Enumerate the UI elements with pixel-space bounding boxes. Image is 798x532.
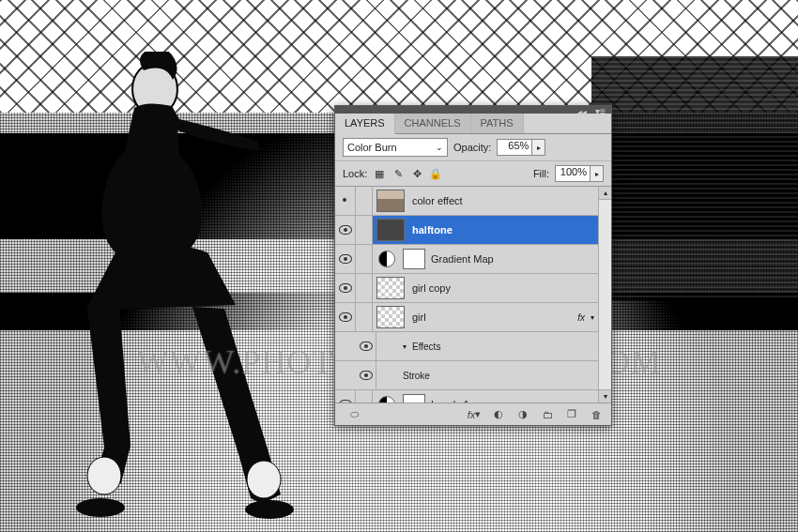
svg-point-1 xyxy=(87,457,121,494)
tab-channels[interactable]: CHANNELS xyxy=(395,114,471,133)
svg-point-4 xyxy=(245,500,294,519)
visibility-toggle[interactable] xyxy=(335,274,356,302)
chevron-down-icon: ⌄ xyxy=(436,143,443,152)
scrollbar[interactable]: ▴ ▾ xyxy=(598,187,611,403)
layer-mask-thumbnail[interactable] xyxy=(403,394,425,403)
layer-name[interactable]: color effect xyxy=(410,195,598,206)
lock-fill-row: Lock: ▦ ✎ ✥ 🔒 Fill: 100% ▸ xyxy=(335,161,611,187)
layer-row-color-effect[interactable]: color effect xyxy=(335,187,611,216)
lock-label: Lock: xyxy=(343,168,367,179)
adjustment-layer-icon[interactable]: ◑ xyxy=(515,407,530,422)
blend-opacity-row: Color Burn ⌄ Opacity: 65% ▸ xyxy=(335,134,611,161)
scroll-up-icon[interactable]: ▴ xyxy=(599,187,611,200)
stroke-label: Stroke xyxy=(403,371,430,381)
lock-position-icon[interactable]: ✥ xyxy=(410,167,423,180)
layer-row-halftone[interactable]: halftone xyxy=(335,216,611,245)
tab-layers[interactable]: LAYERS xyxy=(335,114,395,134)
layer-link-cell xyxy=(356,245,373,273)
fill-input[interactable]: 100% xyxy=(555,165,591,182)
girl-figure xyxy=(52,52,296,521)
layer-link-cell xyxy=(356,303,373,331)
effects-row[interactable]: ▾ Effects xyxy=(335,332,611,361)
blend-mode-value: Color Burn xyxy=(347,142,397,153)
layer-name[interactable]: girl copy xyxy=(410,282,598,294)
layer-name[interactable]: girl xyxy=(410,312,577,323)
scroll-down-icon[interactable]: ▾ xyxy=(599,389,611,403)
layer-name[interactable]: Levels 1 xyxy=(429,399,598,403)
layer-mask-thumbnail[interactable] xyxy=(403,249,425,269)
layer-link-cell xyxy=(356,216,373,244)
layers-list: ▴ ▾ color effect halftone Gradient Map xyxy=(335,187,611,403)
collapse-icon[interactable]: ◂◂ xyxy=(577,107,587,117)
dark-pillars xyxy=(591,56,798,300)
opacity-flyout-icon[interactable]: ▸ xyxy=(532,139,545,156)
tab-paths[interactable]: PATHS xyxy=(471,114,524,133)
opacity-input[interactable]: 65% xyxy=(497,139,532,156)
layer-thumbnail[interactable] xyxy=(376,306,405,328)
visibility-toggle[interactable] xyxy=(356,332,376,360)
layer-mask-icon[interactable]: ◐ xyxy=(491,407,506,422)
layers-panel: ◂◂ ▾≡ LAYERS CHANNELS PATHS Color Burn ⌄… xyxy=(334,105,612,426)
fill-flyout-icon[interactable]: ▸ xyxy=(591,165,604,182)
layer-row-girl[interactable]: girl fx ▾ xyxy=(335,303,611,332)
effects-disclosure-icon[interactable]: ▾ xyxy=(403,342,407,351)
layer-name[interactable]: Gradient Map xyxy=(429,253,598,265)
fx-badge[interactable]: fx xyxy=(577,312,591,323)
effects-label: Effects xyxy=(412,342,440,352)
panel-header-strip: ◂◂ ▾≡ xyxy=(335,106,611,114)
layer-link-cell xyxy=(356,187,373,215)
adjustment-icon[interactable] xyxy=(378,251,395,267)
svg-point-2 xyxy=(247,461,281,498)
blend-mode-select[interactable]: Color Burn ⌄ xyxy=(343,138,448,157)
delete-layer-icon[interactable]: 🗑 xyxy=(589,407,604,422)
visibility-toggle[interactable] xyxy=(335,245,356,273)
visibility-toggle[interactable] xyxy=(335,303,356,331)
layer-name[interactable]: halftone xyxy=(410,224,598,236)
layer-thumbnail[interactable] xyxy=(376,219,405,241)
visibility-toggle[interactable] xyxy=(356,361,376,389)
new-group-icon[interactable]: 🗀 xyxy=(540,407,555,422)
stroke-effect-row[interactable]: Stroke xyxy=(335,361,611,390)
link-layers-icon[interactable]: ⬭ xyxy=(346,407,361,422)
visibility-toggle[interactable] xyxy=(335,187,356,215)
visibility-toggle[interactable] xyxy=(335,216,356,244)
lock-all-icon[interactable]: 🔒 xyxy=(429,167,442,180)
layer-link-cell xyxy=(356,274,373,302)
fill-label: Fill: xyxy=(533,168,549,179)
layer-thumbnail[interactable] xyxy=(376,190,405,212)
adjustment-icon[interactable] xyxy=(378,396,395,403)
panel-menu-icon[interactable]: ▾≡ xyxy=(595,106,606,116)
layer-link-cell xyxy=(356,390,373,403)
panel-footer: ⬭ fx▾ ◐ ◑ 🗀 ❐ 🗑 xyxy=(335,403,611,425)
visibility-toggle[interactable] xyxy=(335,390,356,403)
new-layer-icon[interactable]: ❐ xyxy=(564,407,579,422)
layer-row-girl-copy[interactable]: girl copy xyxy=(335,274,611,303)
opacity-label: Opacity: xyxy=(453,142,491,153)
lock-transparency-icon[interactable]: ▦ xyxy=(373,167,386,180)
panel-tabs: LAYERS CHANNELS PATHS xyxy=(335,114,611,134)
layer-row-gradient-map[interactable]: Gradient Map xyxy=(335,245,611,274)
layer-style-icon[interactable]: fx▾ xyxy=(467,407,482,422)
lock-pixels-icon[interactable]: ✎ xyxy=(391,167,405,180)
effects-collapse-icon[interactable]: ▾ xyxy=(591,313,598,322)
layer-row-levels[interactable]: Levels 1 xyxy=(335,390,611,403)
svg-point-3 xyxy=(76,498,125,517)
layer-thumbnail[interactable] xyxy=(376,277,405,299)
